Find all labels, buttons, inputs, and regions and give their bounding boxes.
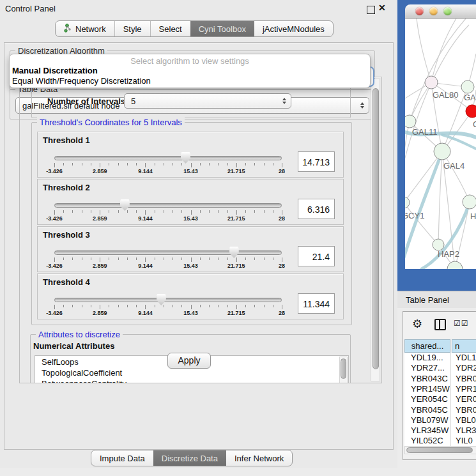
slider-tick (209, 257, 210, 260)
network-node-gcy1[interactable] (405, 197, 410, 208)
slider-tick (273, 305, 273, 307)
tab-label: jActiveMNodules (263, 24, 325, 34)
tab-style[interactable]: Style (114, 21, 150, 36)
slider-tick (155, 305, 155, 307)
slider-tick (264, 210, 265, 213)
slider-tick (254, 257, 255, 260)
attribute-list-item[interactable]: BetweennessCentrality (42, 379, 127, 383)
split-columns-icon[interactable] (434, 319, 446, 330)
algorithm-option[interactable]: Equal Width/Frequency Discretization (12, 76, 151, 86)
top-tab-bar: NetworkStyleSelectCyni ToolboxjActiveMNo… (55, 20, 334, 37)
network-node-gal4[interactable] (434, 143, 450, 160)
slider-tick (54, 305, 55, 309)
table-horizontal-scrollbar[interactable] (404, 446, 476, 454)
table-row-name[interactable]: YBR0 (456, 374, 476, 383)
tab-label: Discretize Data (162, 454, 218, 463)
tab-infer-network[interactable]: Infer Network (226, 450, 292, 466)
tab-discretize-data[interactable]: Discretize Data (153, 450, 226, 466)
table-row-shared-name[interactable]: YLR345W (411, 426, 449, 435)
algorithm-option[interactable]: Manual Discretization (12, 66, 98, 75)
apply-button[interactable]: Apply (167, 353, 211, 369)
network-window-titlebar[interactable] (405, 4, 476, 19)
attribute-list-item[interactable]: SelfLoops (42, 357, 79, 367)
slider-tick (173, 210, 173, 213)
table-row-name[interactable]: YBR0 (456, 405, 476, 415)
table-row-shared-name[interactable]: YDL19... (411, 353, 443, 362)
threshold-value-field[interactable]: 6.316 (298, 199, 335, 219)
algorithm-placeholder-option[interactable]: Select algorithm to view settings (10, 56, 370, 66)
slider-tick (173, 257, 173, 260)
slider-track[interactable] (54, 298, 282, 302)
table-row-name[interactable]: YER0 (456, 394, 476, 404)
slider-tick (227, 210, 228, 213)
slider-tick (264, 257, 265, 260)
network-node-label: GAL11 (412, 127, 438, 137)
tab-cyni-toolbox[interactable]: Cyni Toolbox (190, 21, 254, 36)
slider-tick (273, 210, 273, 213)
table-row-name[interactable]: YDL1 (456, 353, 476, 362)
slider-tick-label: 9.144 (126, 215, 164, 222)
slider-tick (191, 210, 192, 215)
network-node-c[interactable] (466, 105, 476, 118)
threshold-label: Threshold 2 (43, 183, 90, 192)
slider-tick (245, 257, 246, 260)
network-node-gal80[interactable] (425, 76, 438, 89)
table-row-name[interactable]: YPR1 (456, 384, 476, 394)
gear-icon[interactable]: ⚙ (412, 317, 422, 331)
table-row-name[interactable]: YIL0 (456, 436, 473, 445)
tab-jactivemnodules[interactable]: jActiveMNodules (254, 21, 333, 36)
table-row-shared-name[interactable]: YBL079W (411, 415, 449, 425)
settings-vertical-scrollbar[interactable] (371, 79, 380, 381)
tab-impute-data[interactable]: Impute Data (91, 450, 153, 466)
tab-network[interactable]: Network (56, 21, 114, 36)
table-row-shared-name[interactable]: YBR043C (411, 374, 448, 383)
attribute-list-scrollbar[interactable] (339, 357, 348, 383)
slider-track[interactable] (54, 203, 282, 208)
table-row-name[interactable]: YLR3 (456, 426, 476, 435)
slider-thumb[interactable] (229, 247, 239, 258)
close-traffic-icon[interactable] (415, 7, 424, 15)
float-window-icon[interactable] (367, 6, 375, 14)
threshold-value-field[interactable]: 14.713 (298, 151, 335, 172)
slider-tick-label: -3.426 (35, 310, 73, 316)
table-column-shared[interactable]: shared... (404, 339, 450, 353)
network-canvas[interactable]: GAL80GACGAL11GAL4GCY1HHAP2 (405, 19, 476, 269)
threshold-value-field[interactable]: 21.4 (298, 246, 335, 266)
slider-thumb[interactable] (120, 199, 130, 211)
slider-tick (254, 210, 255, 213)
zoom-traffic-icon[interactable] (443, 7, 452, 15)
number-of-intervals-combobox[interactable]: 5 (124, 93, 291, 109)
slider-tick (245, 305, 246, 307)
table-column-name[interactable]: n (452, 339, 476, 353)
slider-tick-label: 21.715 (217, 263, 256, 269)
tab-select[interactable]: Select (150, 21, 190, 36)
minimize-traffic-icon[interactable] (429, 7, 438, 15)
table-row-name[interactable]: YDR2 (456, 363, 476, 372)
table-row-shared-name[interactable]: YIL052C (411, 436, 443, 445)
attribute-list-item[interactable]: TopologicalCoefficient (42, 368, 122, 378)
table-row-shared-name[interactable]: YER054C (411, 394, 448, 404)
slider-track[interactable] (54, 156, 282, 160)
network-node[interactable] (447, 261, 463, 269)
slider-tick (118, 210, 119, 213)
network-node-ga[interactable] (461, 81, 474, 93)
slider-tick-label: -3.426 (35, 263, 73, 269)
close-icon[interactable]: ✕ (378, 3, 386, 13)
select-columns-icon[interactable]: ☑☑ (454, 319, 469, 328)
network-node-h[interactable] (463, 195, 476, 209)
network-node-gal11[interactable] (405, 115, 416, 128)
numerical-attributes-header: Numerical Attributes (33, 341, 114, 351)
slider-tick (54, 210, 55, 215)
table-row-name[interactable]: YBL0 (456, 415, 476, 425)
table-row-shared-name[interactable]: YBR045C (411, 405, 448, 415)
threshold-value-field[interactable]: 11.344 (298, 293, 335, 314)
slider-thumb[interactable] (181, 152, 190, 164)
slider-tick (145, 305, 146, 309)
slider-tick (100, 163, 100, 167)
slider-track[interactable] (54, 250, 282, 255)
slider-tick (127, 257, 128, 260)
table-row-shared-name[interactable]: YPR145W (411, 384, 450, 394)
table-row-shared-name[interactable]: YDR27... (411, 363, 445, 372)
slider-tick (218, 163, 219, 165)
slider-thumb[interactable] (157, 294, 166, 305)
